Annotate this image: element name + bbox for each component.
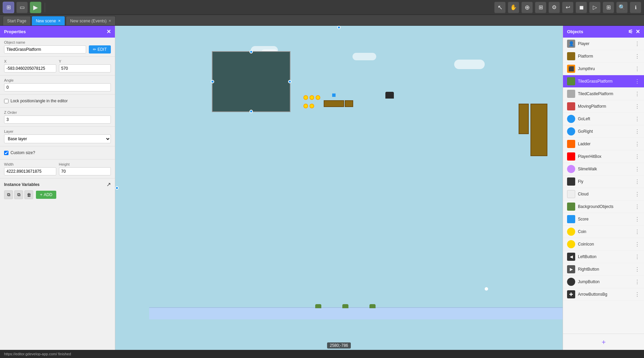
- leftbutton-menu[interactable]: ⋮: [635, 254, 640, 260]
- movingplatform-menu[interactable]: ⋮: [635, 103, 640, 110]
- tiledcastleplatform-menu[interactable]: ⋮: [635, 91, 640, 97]
- tab-new-scene-events-close[interactable]: ✕: [108, 19, 111, 23]
- statusbar-text: https://editor.gdevelop-app.com/ finishe…: [4, 352, 71, 356]
- handle-bottom[interactable]: [249, 110, 253, 113]
- y-input[interactable]: [59, 64, 111, 72]
- obj-item-jumpbutton[interactable]: JumpButton ⋮: [563, 276, 644, 288]
- publish-button[interactable]: ⊞: [603, 2, 614, 13]
- grass-3: [369, 304, 376, 308]
- selected-object[interactable]: [212, 51, 290, 112]
- obj-item-coinicon[interactable]: CoinIcon ⋮: [563, 238, 644, 251]
- dark-mode-button[interactable]: ◼: [576, 2, 587, 13]
- settings-button[interactable]: ⚙: [548, 2, 560, 13]
- obj-item-player[interactable]: 👤 Player ⋮: [563, 38, 644, 50]
- tiledgrassplatform-menu[interactable]: ⋮: [635, 78, 640, 85]
- external-link-icon[interactable]: ↗: [106, 181, 111, 188]
- height-input[interactable]: [59, 167, 111, 175]
- player-menu[interactable]: ⋮: [635, 41, 640, 47]
- coin-3: [316, 95, 320, 100]
- slimewalk-menu[interactable]: ⋮: [635, 166, 640, 172]
- search-button[interactable]: 🔍: [616, 2, 628, 13]
- goleft-menu[interactable]: ⋮: [635, 116, 640, 122]
- handle-right[interactable]: [288, 80, 291, 83]
- paste-var-button[interactable]: ⧉: [14, 190, 23, 199]
- x-input[interactable]: [4, 64, 56, 72]
- layout-button[interactable]: ▭: [16, 2, 28, 13]
- close-objects-icon[interactable]: ✕: [636, 28, 640, 35]
- lock-checkbox[interactable]: [4, 99, 8, 103]
- undo-button[interactable]: ↩: [562, 2, 573, 13]
- jumpbutton-menu[interactable]: ⋮: [635, 279, 640, 285]
- coin-icon: [567, 228, 575, 236]
- layer-section: Layer Base layer: [0, 127, 115, 146]
- hand-tool-button[interactable]: ✋: [508, 2, 519, 13]
- play-button[interactable]: ▶: [30, 2, 41, 13]
- add-var-button[interactable]: + ADD: [36, 191, 56, 199]
- zoom-in-button[interactable]: ⊕: [521, 2, 533, 13]
- tab-new-scene-events[interactable]: New scene (Events) ✕: [66, 16, 116, 25]
- platform-menu[interactable]: ⋮: [635, 53, 640, 60]
- obj-item-ladder[interactable]: Ladder ⋮: [563, 138, 644, 150]
- score-menu[interactable]: ⋮: [635, 216, 640, 223]
- obj-item-coin[interactable]: Coin ⋮: [563, 226, 644, 238]
- obj-item-cloud[interactable]: Cloud ⋮: [563, 188, 644, 201]
- add-object-button[interactable]: ＋: [563, 334, 644, 350]
- playerhitbox-icon: [567, 152, 575, 161]
- canvas-area[interactable]: 2580;-786: [115, 26, 563, 350]
- cursor-tool-button[interactable]: ↖: [494, 2, 506, 13]
- preview-button[interactable]: ▷: [589, 2, 601, 13]
- custom-size-checkbox[interactable]: [4, 151, 8, 155]
- jumpthru-menu[interactable]: ⋮: [635, 66, 640, 72]
- fly-menu[interactable]: ⋮: [635, 178, 640, 185]
- coin-menu[interactable]: ⋮: [635, 229, 640, 235]
- cloud-icon: [567, 190, 575, 198]
- obj-item-slimewalk[interactable]: SlimeWalk ⋮: [563, 163, 644, 175]
- obj-item-score[interactable]: Score ⋮: [563, 213, 644, 226]
- tab-start-page[interactable]: Start Page: [3, 16, 31, 25]
- jumpbutton-name: JumpButton: [578, 279, 632, 284]
- edit-icon: ✏: [93, 47, 96, 52]
- obj-item-arrowbuttonsbg[interactable]: ✚ ArrowButtonsBg ⋮: [563, 288, 644, 301]
- delete-var-button[interactable]: 🗑: [24, 190, 33, 199]
- obj-item-leftbutton[interactable]: ◀ LeftButton ⋮: [563, 251, 644, 263]
- angle-input[interactable]: [4, 83, 111, 91]
- arrowbuttonsbg-menu[interactable]: ⋮: [635, 291, 640, 298]
- handle-top[interactable]: [249, 50, 253, 54]
- backgroundobjects-menu[interactable]: ⋮: [635, 204, 640, 210]
- ladder-menu[interactable]: ⋮: [635, 141, 640, 147]
- object-name-input[interactable]: [4, 45, 86, 54]
- tab-new-scene-close[interactable]: ✕: [58, 19, 61, 23]
- obj-item-goright[interactable]: GoRight ⋮: [563, 125, 644, 138]
- grid-button[interactable]: ⊞: [535, 2, 546, 13]
- obj-item-goleft[interactable]: GoLeft ⋮: [563, 113, 644, 125]
- goright-menu[interactable]: ⋮: [635, 128, 640, 135]
- canvas-left-handle[interactable]: [115, 186, 119, 190]
- copy-var-button[interactable]: ⧉: [4, 190, 13, 199]
- filter-icon[interactable]: ⚟: [628, 28, 633, 35]
- rightbutton-name: RightButton: [578, 267, 632, 272]
- obj-item-movingplatform[interactable]: MovingPlatform ⋮: [563, 100, 644, 113]
- obj-item-platform[interactable]: Platform ⋮: [563, 50, 644, 63]
- light-dot-1: [485, 287, 488, 291]
- tab-new-scene[interactable]: New scene ✕: [32, 16, 65, 25]
- obj-item-jumpthru[interactable]: ⬛ Jumpthru ⋮: [563, 63, 644, 75]
- width-input[interactable]: [4, 167, 56, 175]
- cloud-menu[interactable]: ⋮: [635, 191, 640, 197]
- properties-close-button[interactable]: ✕: [106, 28, 111, 35]
- home-button[interactable]: ⊞: [3, 2, 14, 13]
- playerhitbox-menu[interactable]: ⋮: [635, 153, 640, 160]
- obj-item-playerhitbox[interactable]: PlayerHitBox ⋮: [563, 150, 644, 163]
- edit-button[interactable]: ✏ EDIT: [89, 45, 111, 54]
- coinicon-menu[interactable]: ⋮: [635, 241, 640, 248]
- obj-item-backgroundobjects[interactable]: BackgroundObjects ⋮: [563, 201, 644, 213]
- layer-select[interactable]: Base layer: [4, 134, 111, 143]
- info-button[interactable]: ℹ: [630, 2, 641, 13]
- canvas-top-handle[interactable]: [337, 26, 341, 29]
- obj-item-fly[interactable]: Fly ⋮: [563, 175, 644, 188]
- z-order-input[interactable]: [4, 115, 111, 124]
- handle-left[interactable]: [211, 80, 214, 83]
- obj-item-tiledgrassplatform[interactable]: TiledGrassPlatform ⋮: [563, 75, 644, 88]
- rightbutton-menu[interactable]: ⋮: [635, 266, 640, 273]
- obj-item-rightbutton[interactable]: ▶ RightButton ⋮: [563, 263, 644, 276]
- obj-item-tiledcastleplatform[interactable]: TiledCastlePlatform ⋮: [563, 88, 644, 100]
